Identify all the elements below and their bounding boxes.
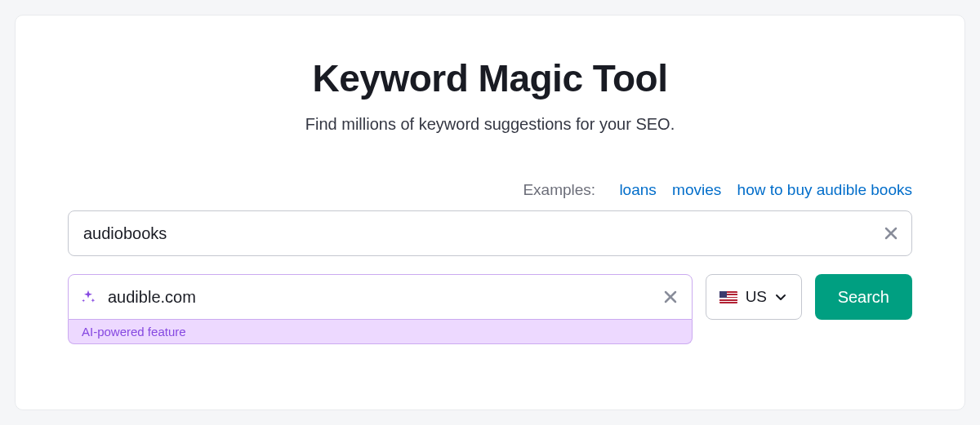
domain-field-box — [68, 274, 693, 320]
country-code: US — [746, 288, 767, 306]
clear-domain-icon[interactable] — [662, 289, 679, 305]
chevron-down-icon — [775, 291, 786, 303]
second-row: AI-powered feature US Search — [68, 274, 912, 344]
keyword-input[interactable] — [68, 210, 912, 256]
example-link-audible-books[interactable]: how to buy audible books — [737, 181, 912, 198]
example-link-movies[interactable]: movies — [672, 181, 721, 198]
examples-label: Examples: — [523, 181, 595, 198]
sparkle-icon — [80, 289, 96, 305]
keyword-input-wrapper — [68, 210, 912, 256]
example-link-loans[interactable]: loans — [619, 181, 656, 198]
domain-input-wrapper: AI-powered feature — [68, 274, 693, 344]
ai-feature-badge: AI-powered feature — [68, 320, 693, 344]
flag-us-icon — [719, 291, 737, 303]
tool-card: Keyword Magic Tool Find millions of keyw… — [15, 15, 965, 410]
search-button[interactable]: Search — [815, 274, 912, 320]
page-subtitle: Find millions of keyword suggestions for… — [68, 115, 912, 134]
clear-keyword-icon[interactable] — [883, 225, 899, 241]
examples-row: Examples: loans movies how to buy audibl… — [68, 181, 912, 199]
page-title: Keyword Magic Tool — [68, 56, 912, 100]
country-selector[interactable]: US — [706, 274, 802, 320]
domain-input[interactable] — [108, 288, 651, 307]
